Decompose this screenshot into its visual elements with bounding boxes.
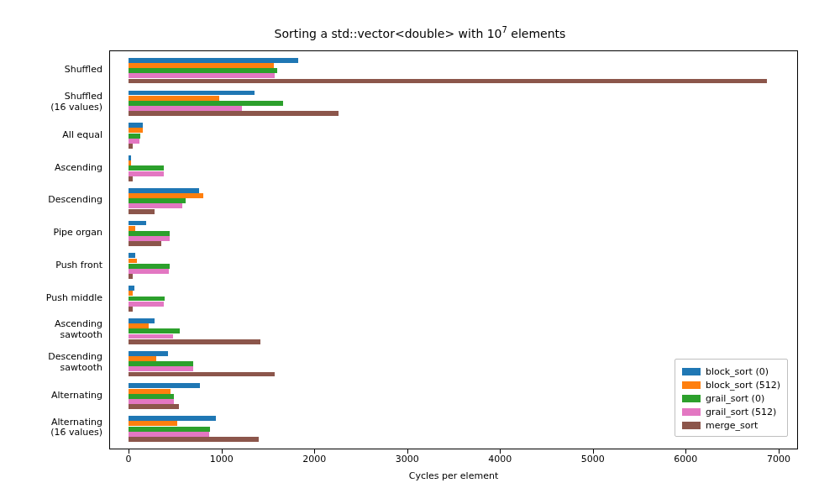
bar bbox=[129, 123, 143, 128]
chart-title: Sorting a std::vector<double> with 107 e… bbox=[0, 25, 840, 40]
bar bbox=[129, 297, 165, 302]
y-tick-label: Alternating bbox=[0, 391, 102, 402]
legend-swatch bbox=[682, 395, 701, 402]
bar bbox=[129, 203, 182, 208]
legend-item: merge_sort bbox=[682, 418, 780, 432]
bar bbox=[129, 432, 209, 437]
bar bbox=[129, 421, 176, 426]
bar bbox=[129, 68, 277, 73]
legend-item: grail_sort (512) bbox=[682, 405, 780, 418]
legend-item: block_sort (0) bbox=[682, 365, 780, 378]
legend-item: block_sort (512) bbox=[682, 378, 780, 391]
legend-item: grail_sort (0) bbox=[682, 391, 780, 405]
x-tick-label: 1000 bbox=[210, 454, 234, 465]
bar bbox=[129, 63, 273, 68]
bar bbox=[129, 241, 161, 246]
legend-label: grail_sort (512) bbox=[706, 407, 776, 417]
bar bbox=[129, 221, 146, 226]
bar bbox=[129, 259, 137, 264]
bar bbox=[129, 366, 193, 371]
legend-label: merge_sort bbox=[706, 420, 758, 431]
x-tick-label: 0 bbox=[126, 454, 132, 465]
bar bbox=[129, 58, 298, 63]
bar bbox=[129, 176, 132, 181]
y-tick-label: Descending bbox=[0, 195, 102, 206]
bar bbox=[129, 101, 282, 106]
x-tick-label: 2000 bbox=[302, 454, 326, 465]
legend-swatch bbox=[682, 422, 701, 429]
bar bbox=[129, 351, 167, 356]
bar bbox=[129, 307, 132, 312]
bar bbox=[129, 193, 202, 198]
bar bbox=[129, 236, 170, 241]
bar bbox=[129, 404, 179, 409]
bar bbox=[129, 96, 219, 101]
bar bbox=[129, 165, 164, 171]
y-tick-label: All equal bbox=[0, 129, 102, 140]
x-tick-label: 6000 bbox=[674, 454, 697, 465]
x-tick-label: 7000 bbox=[767, 454, 790, 465]
bar bbox=[129, 106, 242, 111]
legend: block_sort (0)block_sort (512)grail_sort… bbox=[675, 359, 788, 437]
x-tick-label: 4000 bbox=[488, 454, 512, 465]
legend-label: block_sort (0) bbox=[706, 366, 769, 377]
y-tick-label: Push middle bbox=[0, 292, 102, 303]
bar bbox=[129, 291, 132, 296]
bar bbox=[129, 134, 140, 139]
x-tick-label: 3000 bbox=[396, 454, 419, 465]
bar bbox=[129, 274, 132, 279]
y-tick-label: Ascendingsawtooth bbox=[0, 320, 102, 341]
bar bbox=[129, 323, 149, 328]
bar bbox=[129, 372, 275, 377]
bar bbox=[129, 389, 171, 394]
bar bbox=[129, 302, 164, 307]
y-tick-label: Ascending bbox=[0, 162, 102, 173]
y-tick-label: Descendingsawtooth bbox=[0, 353, 102, 374]
bar bbox=[129, 91, 255, 96]
legend-label: grail_sort (0) bbox=[706, 393, 764, 404]
legend-label: block_sort (512) bbox=[706, 380, 780, 391]
bar bbox=[129, 416, 216, 421]
bar bbox=[129, 383, 200, 388]
bar bbox=[129, 269, 169, 274]
y-tick-label: Shuffled(16 values) bbox=[0, 92, 102, 113]
bar bbox=[129, 328, 180, 333]
legend-swatch bbox=[682, 368, 701, 375]
x-axis-label: Cycles per element bbox=[109, 470, 798, 481]
bar bbox=[129, 334, 173, 339]
x-tick-label: 5000 bbox=[581, 454, 605, 465]
bar bbox=[129, 339, 260, 344]
bar bbox=[129, 399, 174, 404]
bar bbox=[129, 171, 164, 176]
bar bbox=[129, 188, 199, 193]
legend-swatch bbox=[682, 408, 701, 416]
bar bbox=[129, 111, 339, 116]
y-tick-label: Alternating(16 values) bbox=[0, 417, 102, 438]
y-tick-label: Shuffled bbox=[0, 65, 102, 76]
y-tick-label: Push front bbox=[0, 260, 102, 271]
bar bbox=[129, 198, 185, 203]
bar bbox=[129, 73, 275, 78]
bar bbox=[129, 139, 139, 144]
bar bbox=[129, 226, 135, 231]
chart-title-suffix: elements bbox=[507, 27, 565, 40]
bar bbox=[129, 264, 170, 269]
bar bbox=[129, 361, 193, 366]
legend-swatch bbox=[682, 381, 701, 389]
bar bbox=[129, 160, 131, 165]
bar bbox=[129, 155, 131, 160]
bar bbox=[129, 253, 135, 258]
bar bbox=[129, 209, 155, 214]
y-tick-label: Pipe organ bbox=[0, 228, 102, 239]
bar bbox=[129, 128, 143, 133]
bar bbox=[129, 356, 156, 361]
bar bbox=[129, 437, 259, 442]
bar bbox=[129, 394, 174, 399]
bar bbox=[129, 286, 134, 291]
chart-title-prefix: Sorting a std::vector<double> with 10 bbox=[275, 27, 502, 40]
bar bbox=[129, 79, 766, 84]
bar bbox=[129, 144, 132, 149]
bar bbox=[129, 231, 170, 236]
bar bbox=[129, 427, 210, 432]
bar bbox=[129, 318, 155, 323]
